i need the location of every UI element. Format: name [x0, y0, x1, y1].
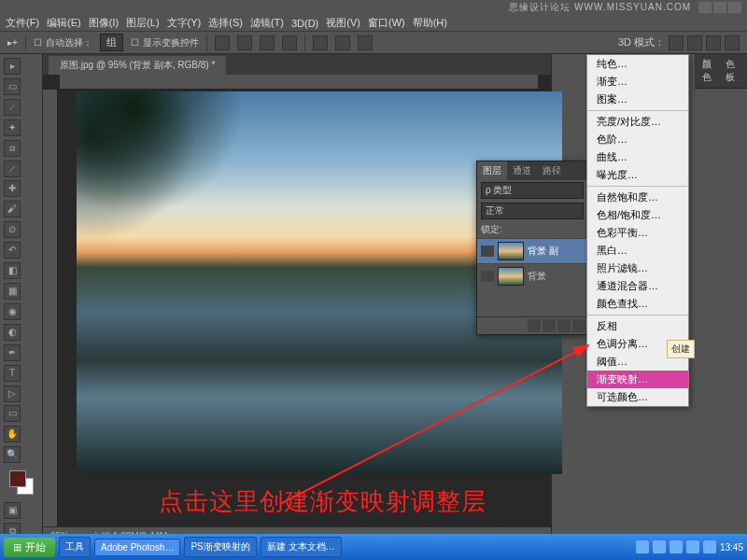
layer-filter-kind[interactable]: ρ 类型 — [481, 182, 584, 199]
maximize-button[interactable] — [713, 2, 726, 13]
tray-icon[interactable] — [636, 540, 649, 553]
blend-mode-select[interactable]: 正常 — [481, 203, 584, 219]
menu-selective-color[interactable]: 可选颜色… — [587, 388, 688, 406]
adjustment-layer-icon[interactable] — [572, 319, 585, 332]
menu-help[interactable]: 帮助(H) — [413, 16, 447, 30]
menu-file[interactable]: 文件(F) — [6, 16, 39, 30]
move-tool[interactable]: ▸ — [4, 58, 21, 75]
menu-window[interactable]: 窗口(W) — [368, 16, 405, 30]
menu-edit[interactable]: 编辑(E) — [47, 16, 81, 30]
menu-color-lookup[interactable]: 颜色查找… — [587, 295, 688, 313]
hand-tool[interactable]: ✋ — [4, 426, 21, 442]
menu-balance[interactable]: 色彩平衡… — [587, 224, 688, 242]
tray-icon[interactable] — [703, 540, 716, 553]
gradient-tool[interactable]: ▦ — [4, 283, 21, 300]
menu-vibrance[interactable]: 自然饱和度… — [587, 189, 688, 206]
layer-thumbnail — [498, 267, 524, 286]
layer-item[interactable]: 背景 — [477, 263, 587, 288]
pen-tool[interactable]: ✒ — [4, 344, 21, 361]
history-brush-tool[interactable]: ↶ — [4, 242, 21, 259]
document-tab[interactable]: 原图.jpg @ 95% (背景 副本, RGB/8) * — [49, 56, 226, 75]
distribute-icon[interactable] — [358, 35, 373, 50]
menu-image[interactable]: 图像(I) — [89, 16, 119, 30]
menu-view[interactable]: 视图(V) — [326, 16, 360, 30]
menu-type[interactable]: 文字(Y) — [167, 16, 202, 30]
tab-paths[interactable]: 路径 — [537, 161, 567, 180]
menu-solid-color[interactable]: 纯色… — [587, 55, 688, 73]
menu-brightness[interactable]: 亮度/对比度… — [587, 113, 688, 131]
stamp-tool[interactable]: ⊙ — [4, 221, 21, 238]
tray-icon[interactable] — [653, 540, 666, 553]
menu-curves[interactable]: 曲线… — [587, 148, 688, 166]
menu-channel-mixer[interactable]: 通道混合器… — [587, 277, 688, 295]
dodge-tool[interactable]: ◐ — [4, 324, 21, 341]
menu-3d[interactable]: 3D(D) — [291, 18, 318, 29]
menu-select[interactable]: 选择(S) — [208, 16, 243, 30]
wand-tool[interactable]: ✦ — [4, 119, 21, 136]
shape-tool[interactable]: ▭ — [4, 405, 21, 422]
3d-icon[interactable] — [669, 35, 684, 50]
tray-icon[interactable] — [669, 540, 683, 553]
menu-levels[interactable]: 色阶… — [587, 131, 688, 148]
blur-tool[interactable]: ◉ — [4, 303, 21, 320]
align-icon[interactable] — [282, 35, 297, 50]
3d-icon[interactable] — [725, 35, 740, 50]
lasso-tool[interactable]: ⟋ — [4, 99, 21, 116]
eraser-tool[interactable]: ◧ — [4, 262, 21, 279]
menu-layer[interactable]: 图层(L) — [126, 16, 159, 30]
3d-icon[interactable] — [706, 35, 721, 50]
ruler-vertical — [43, 90, 58, 526]
zoom-tool[interactable]: 🔍 — [4, 446, 21, 463]
brush-tool[interactable]: 🖌 — [4, 201, 21, 217]
auto-select-checkbox[interactable]: ☐ 自动选择： — [34, 36, 92, 49]
color-swatch[interactable] — [9, 470, 34, 495]
tray-icon[interactable] — [686, 540, 699, 553]
menu-photo-filter[interactable]: 照片滤镜… — [587, 259, 688, 277]
taskbar-item[interactable]: 工具 — [59, 537, 91, 557]
link-icon[interactable] — [528, 319, 541, 332]
tab-channels[interactable]: 通道 — [507, 161, 537, 180]
visibility-icon[interactable] — [481, 245, 494, 257]
move-tool-icon: ▸+ — [7, 37, 18, 48]
marquee-tool[interactable]: ▭ — [4, 78, 21, 95]
close-button[interactable] — [728, 2, 741, 13]
menu-exposure[interactable]: 曝光度… — [587, 166, 688, 184]
layer-name: 背景 副 — [528, 245, 558, 258]
clock[interactable]: 13:45 — [720, 542, 743, 553]
auto-select-target[interactable]: 组 — [100, 34, 123, 51]
tab-swatch[interactable]: 色板 — [722, 57, 743, 85]
menu-gradient-map[interactable]: 渐变映射… — [587, 371, 688, 388]
menu-gradient[interactable]: 渐变… — [587, 73, 688, 91]
taskbar-item[interactable]: Adobe Photosh… — [94, 539, 180, 556]
path-tool[interactable]: ▷ — [4, 385, 21, 402]
3d-icon[interactable] — [687, 35, 702, 50]
show-transform-checkbox[interactable]: ☐ 显示变换控件 — [131, 36, 199, 49]
menu-hue[interactable]: 色相/饱和度… — [587, 206, 688, 224]
crop-tool[interactable]: ⧈ — [4, 140, 21, 157]
minimize-button[interactable] — [698, 2, 712, 13]
visibility-icon[interactable] — [481, 271, 494, 282]
taskbar-item[interactable]: PS渐变映射的 — [184, 537, 256, 557]
heal-tool[interactable]: ✚ — [4, 180, 21, 197]
menu-bw[interactable]: 黑白… — [587, 242, 688, 259]
tab-layers[interactable]: 图层 — [477, 161, 507, 180]
quickmask-toggle[interactable]: ▣ — [4, 502, 21, 519]
annotation-text: 点击这里创建渐变映射调整层 — [159, 485, 486, 518]
align-icon[interactable] — [260, 35, 275, 50]
eyedropper-tool[interactable]: ⟋ — [4, 161, 21, 177]
type-tool[interactable]: T — [4, 365, 21, 382]
align-icon[interactable] — [215, 35, 230, 50]
mask-icon[interactable] — [557, 319, 571, 332]
menu-invert[interactable]: 反相 — [587, 317, 688, 335]
layer-item[interactable]: 背景 副 — [477, 238, 587, 263]
taskbar-item[interactable]: 新建 文本文档… — [261, 537, 342, 557]
menu-pattern[interactable]: 图案… — [587, 91, 688, 108]
distribute-icon[interactable] — [313, 35, 328, 50]
align-icon[interactable] — [237, 35, 252, 50]
windows-icon: ⊞ — [13, 541, 21, 553]
fx-icon[interactable] — [543, 319, 556, 332]
tab-color[interactable]: 颜色 — [698, 57, 720, 85]
distribute-icon[interactable] — [335, 35, 350, 50]
menu-filter[interactable]: 滤镜(T) — [250, 16, 284, 30]
start-button[interactable]: ⊞ 开始 — [4, 538, 55, 557]
